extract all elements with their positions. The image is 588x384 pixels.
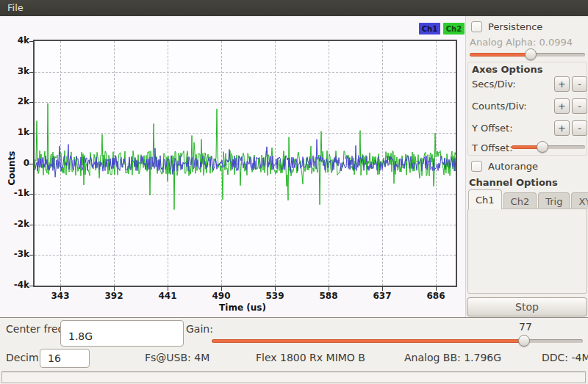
y-tick-mark (29, 102, 33, 103)
axes-row-label: Counts/Div: (472, 101, 527, 112)
axes-row-label: Y Offset: (472, 123, 513, 134)
axes-row-label: Secs/Div: (472, 79, 516, 90)
slider-fill (470, 53, 531, 57)
ddc-status: DDC: -4M (542, 352, 588, 363)
t-offset-slider[interactable] (512, 141, 585, 153)
y-tick-label: 4k (0, 35, 29, 46)
trace-ch2 (35, 104, 456, 210)
gain-value: 77 (514, 321, 537, 333)
menu-file[interactable]: File (0, 0, 31, 16)
x-tick-mark (114, 287, 115, 291)
menubar: File (0, 0, 588, 16)
plot-legend: Ch1Ch2 (419, 23, 465, 35)
x-tick-label: 637 (368, 291, 397, 301)
center-freq-label: Center freq: (6, 323, 68, 335)
bottom-bar: Center freq: 1.8G Gain: 77 Decim: 16 Fs@… (0, 317, 588, 384)
decim-input[interactable]: 16 (40, 349, 90, 368)
y-tick-label: -2k (0, 219, 29, 229)
y-tick-mark (29, 194, 33, 195)
y-tick-mark (29, 286, 33, 286)
y-tick-mark (29, 225, 33, 225)
decim-label: Decim: (6, 352, 42, 363)
y-tick-mark (29, 255, 33, 256)
app-window: File 4k3k2k1k0-1k-2k-3k-4k 3433924414905… (0, 0, 588, 384)
x-tick-label: 441 (153, 291, 182, 301)
y-tick-mark (29, 72, 33, 73)
x-tick-label: 343 (46, 291, 75, 301)
center-freq-input[interactable]: 1.8G (60, 320, 184, 347)
x-tick-label: 686 (421, 291, 451, 301)
device-status: Flex 1800 Rx MIMO B (256, 352, 365, 363)
control-panel: Persistence Analog Alpha: 0.0994 Axes Op… (465, 16, 588, 317)
y-tick-mark (29, 164, 33, 164)
plus-button[interactable]: + (554, 98, 570, 114)
scope-figure: 4k3k2k1k0-1k-2k-3k-4k 343392441490539588… (0, 16, 465, 317)
slider-handle[interactable] (537, 141, 548, 153)
channel-tabs: Ch1Ch2TrigXY (468, 189, 588, 209)
plus-button[interactable]: + (554, 76, 570, 92)
slider-handle[interactable] (525, 48, 537, 60)
stop-button[interactable]: Stop (467, 297, 587, 316)
persistence-label: Persistence (488, 21, 542, 32)
x-tick-mark (221, 287, 222, 291)
analog-alpha-slider[interactable] (470, 48, 585, 60)
x-tick-label: 490 (207, 291, 236, 301)
fs-usb-status: Fs@USB: 4M (145, 352, 209, 363)
status-strip (1, 372, 586, 383)
slider-fill (212, 339, 524, 343)
autorange-label: Autorange (488, 161, 538, 172)
gain-slider[interactable] (212, 335, 583, 347)
y-tick-label: -4k (0, 280, 29, 290)
legend-ch1: Ch1 (419, 23, 440, 35)
waveform-svg (35, 41, 456, 286)
x-tick-mark (436, 287, 437, 291)
x-tick-mark (382, 287, 383, 291)
y-axis-title: Counts (7, 146, 17, 190)
x-tick-mark (275, 287, 276, 291)
y-tick-mark (29, 133, 33, 134)
y-tick-label: 3k (0, 66, 29, 76)
y-tick-label: -3k (0, 249, 29, 259)
plot-area[interactable] (33, 40, 457, 287)
y-tick-label: 2k (0, 96, 29, 106)
gain-label: Gain: (186, 323, 213, 335)
minus-button[interactable]: - (572, 76, 587, 92)
t-offset-label: T Offset: (472, 142, 513, 153)
x-tick-label: 539 (260, 291, 290, 301)
legend-ch2: Ch2 (443, 23, 465, 35)
x-tick-mark (60, 287, 61, 291)
channel-options-title: Channel Options (469, 177, 558, 188)
y-tick-label: 1k (0, 127, 29, 137)
axes-options-title: Axes Options (472, 64, 542, 75)
y-tick-mark (29, 41, 33, 42)
tab-trig[interactable]: Trig (538, 192, 570, 209)
persistence-checkbox[interactable] (471, 21, 482, 32)
minus-button[interactable]: - (572, 98, 587, 114)
minus-button[interactable]: - (572, 120, 587, 136)
analog-bb-status: Analog BB: 1.796G (404, 352, 501, 363)
x-tick-mark (168, 287, 168, 291)
plus-button[interactable]: + (554, 120, 570, 136)
x-tick-label: 392 (99, 291, 129, 301)
analog-alpha-label: Analog Alpha: 0.0994 (470, 37, 573, 48)
x-axis-title: Time (us) (132, 303, 353, 313)
channel-tab-frame (467, 209, 587, 294)
slider-handle[interactable] (518, 335, 530, 347)
x-tick-mark (329, 287, 329, 291)
tab-ch1[interactable]: Ch1 (468, 189, 502, 209)
tab-xy[interactable]: XY (571, 192, 588, 209)
x-tick-label: 588 (314, 291, 343, 301)
autorange-checkbox[interactable] (471, 161, 482, 172)
tab-ch2[interactable]: Ch2 (503, 192, 537, 209)
